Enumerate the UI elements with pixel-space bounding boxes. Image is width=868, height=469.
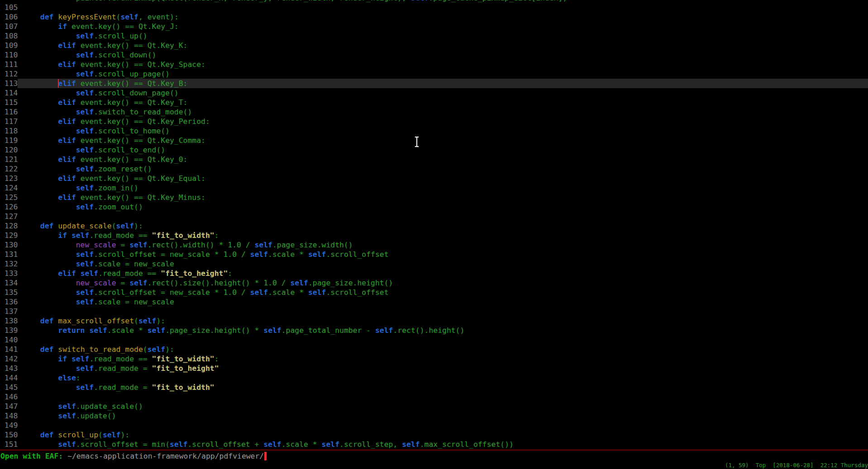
code-text: self.read_mode = "fit_to_width" [18,383,868,392]
code-line[interactable]: 138 def max_scroll_offset(self): [0,316,868,326]
line-number: 150 [0,430,18,440]
code-line[interactable]: 133 elif self.read_mode == "fit_to_heigh… [0,269,868,278]
code-text: elif event.key() == Qt.Key_Period: [18,117,868,126]
line-number: 133 [0,269,18,278]
code-buffer[interactable]: painter.drawPixmap(QRect(render_x, rende… [0,0,868,449]
mode-line [0,450,868,450]
emacs-frame: painter.drawPixmap(QRect(render_x, rende… [0,0,868,469]
code-line[interactable]: 124 self.zoom_in() [0,183,868,193]
code-text: self.scroll_up() [18,31,868,41]
code-text [18,307,868,316]
code-text: if self.read_mode == "fit_to_width": [18,231,868,240]
code-line[interactable]: 108 self.scroll_up() [0,31,868,41]
code-line[interactable]: 128 def update_scale(self): [0,221,868,231]
code-line[interactable]: 121 elif event.key() == Qt.Key_0: [0,155,868,164]
code-line[interactable]: 122 self.zoom_reset() [0,164,868,174]
line-number: 139 [0,326,18,335]
line-number: 123 [0,174,18,183]
code-line[interactable]: 142 if self.read_mode == "fit_to_width": [0,354,868,364]
line-number: 125 [0,193,18,202]
code-line[interactable]: 135 self.scroll_offset = new_scale * 1.0… [0,288,868,297]
code-line[interactable]: 129 if self.read_mode == "fit_to_width": [0,231,868,240]
line-number: 105 [0,3,18,12]
code-line[interactable]: 139 return self.scale * self.page_size.h… [0,326,868,335]
line-number: 142 [0,354,18,364]
code-line[interactable]: 151 self.scroll_offset = min(self.scroll… [0,440,868,449]
code-text: self.scroll_up_page() [18,69,868,79]
minibuffer-prompt: Open with EAF: [0,451,67,461]
code-line[interactable]: 140 [0,335,868,345]
code-line[interactable]: 112 self.scroll_up_page() [0,69,868,79]
code-text: self.update_scale() [18,402,868,411]
code-text: new_scale = self.rect().size().height() … [18,278,868,288]
code-text: elif event.key() == Qt.Key_T: [18,98,868,107]
code-text: self.read_mode = "fit_to_height" [18,364,868,373]
code-line[interactable]: 130 new_scale = self.rect().width() * 1.… [0,240,868,250]
code-line[interactable]: 134 new_scale = self.rect().size().heigh… [0,278,868,288]
line-number: 130 [0,240,18,250]
code-text: self.scroll_to_end() [18,145,868,155]
code-text: if self.read_mode == "fit_to_width": [18,354,868,364]
line-number: 135 [0,288,18,297]
line-number: 134 [0,278,18,288]
code-line[interactable]: 118 self.scroll_to_home() [0,126,868,136]
code-line[interactable]: 145 self.read_mode = "fit_to_width" [0,383,868,392]
code-line[interactable]: 150 def scroll_up(self): [0,430,868,440]
code-text: elif event.key() == Qt.Key_0: [18,155,868,164]
code-line[interactable]: 136 self.scale = new_scale [0,297,868,307]
code-line[interactable]: 106 def keyPressEvent(self, event): [0,12,868,22]
code-line[interactable]: 144 else: [0,373,868,383]
code-line[interactable]: 132 self.scale = new_scale [0,259,868,269]
code-text: self.scroll_offset = new_scale * 1.0 / s… [18,250,868,259]
line-number: 119 [0,136,18,145]
code-line[interactable]: 109 elif event.key() == Qt.Key_K: [0,41,868,50]
code-line[interactable]: 105 [0,3,868,12]
code-line[interactable]: 116 self.switch_to_read_mode() [0,107,868,117]
minibuffer-input[interactable]: ~/emacs-application-framework/app/pdfvie… [67,451,264,461]
code-text: elif event.key() == Qt.Key_B: [18,79,868,88]
code-line[interactable]: 115 elif event.key() == Qt.Key_T: [0,98,868,107]
code-line[interactable]: 141 def switch_to_read_mode(self): [0,345,868,354]
code-line[interactable]: 107 if event.key() == Qt.Key_J: [0,22,868,31]
code-text: self.zoom_out() [18,202,868,212]
code-line[interactable]: 123 elif event.key() == Qt.Key_Equal: [0,174,868,183]
code-line[interactable]: 126 self.zoom_out() [0,202,868,212]
line-number: 141 [0,345,18,354]
code-line[interactable]: 146 [0,392,868,402]
line-number: 128 [0,221,18,231]
line-number: 109 [0,41,18,50]
code-text [18,335,868,345]
code-line[interactable]: 137 [0,307,868,316]
line-number: 140 [0,335,18,345]
line-number: 149 [0,421,18,430]
code-text: self.zoom_reset() [18,164,868,174]
code-line[interactable]: 149 [0,421,868,430]
code-line[interactable]: 113 elif event.key() == Qt.Key_B: [0,79,868,88]
code-text: self.switch_to_read_mode() [18,107,868,117]
code-line[interactable]: 114 self.scroll_down_page() [0,88,868,98]
line-number: 121 [0,155,18,164]
line-number: 145 [0,383,18,392]
code-line[interactable]: 120 self.scroll_to_end() [0,145,868,155]
code-text: def scroll_up(self): [18,430,868,440]
code-text: def max_scroll_offset(self): [18,316,868,326]
code-line[interactable]: 127 [0,212,868,221]
code-line[interactable]: 131 self.scroll_offset = new_scale * 1.0… [0,250,868,259]
code-text: new_scale = self.rect().width() * 1.0 / … [18,240,868,250]
code-line[interactable]: 111 elif event.key() == Qt.Key_Space: [0,60,868,69]
code-line[interactable]: 143 self.read_mode = "fit_to_height" [0,364,868,373]
line-number: 117 [0,117,18,126]
line-number: 136 [0,297,18,307]
code-text: self.scroll_offset = min(self.scroll_off… [18,440,868,449]
minibuffer[interactable]: Open with EAF: ~/emacs-application-frame… [0,451,267,461]
code-line[interactable]: 125 elif event.key() == Qt.Key_Minus: [0,193,868,202]
code-line[interactable]: 110 self.scroll_down() [0,50,868,60]
code-line[interactable]: 119 elif event.key() == Qt.Key_Comma: [0,136,868,145]
code-line[interactable]: 148 self.update() [0,411,868,421]
code-text: elif event.key() == Qt.Key_Space: [18,60,868,69]
line-number: 116 [0,107,18,117]
code-line[interactable]: 117 elif event.key() == Qt.Key_Period: [0,117,868,126]
line-number: 114 [0,88,18,98]
line-number: 144 [0,373,18,383]
code-line[interactable]: 147 self.update_scale() [0,402,868,411]
